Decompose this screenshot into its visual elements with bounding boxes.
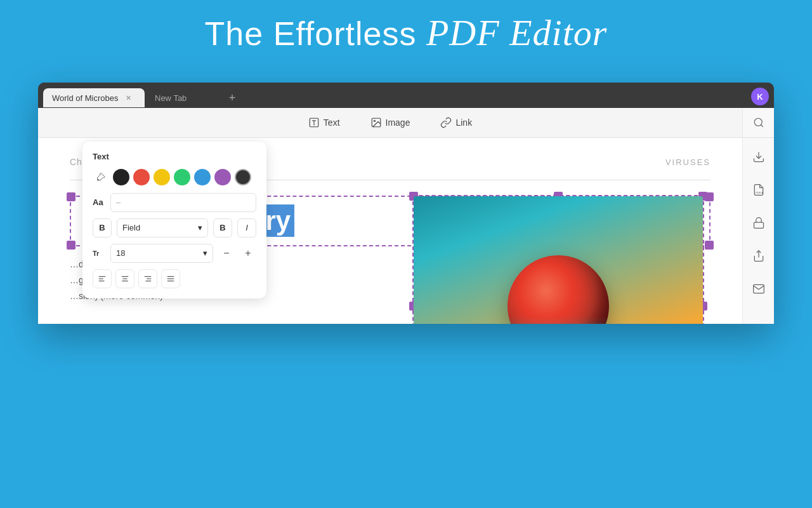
app-header: The Effortless PDF Editor <box>0 0 812 60</box>
text-formatting-panel: Text <box>82 142 266 298</box>
tab-bar: World of Microbes ✕ New Tab + K <box>38 83 774 108</box>
sidebar-share-icon[interactable] <box>747 244 770 267</box>
pdf-image <box>414 196 703 324</box>
color-black[interactable] <box>113 169 129 185</box>
align-center-button[interactable] <box>115 269 134 288</box>
text-label: Text <box>324 117 340 128</box>
image-selection-area[interactable] <box>412 195 704 324</box>
svg-text:PDF/A: PDF/A <box>756 191 763 194</box>
toolbar-text[interactable]: Text <box>303 114 345 131</box>
toolbar-area: Text Image Link <box>38 108 774 138</box>
color-purple[interactable] <box>214 169 231 185</box>
font-size-stepper-row: Tr 18 ▾ − + <box>93 244 256 263</box>
toolbar-link[interactable]: Link <box>435 114 477 131</box>
tab-label: New Tab <box>155 93 187 103</box>
color-row <box>93 169 256 185</box>
sidebar-pdf-icon[interactable]: PDF/A <box>747 178 770 201</box>
sidebar-lock-icon[interactable] <box>747 211 770 234</box>
toolbar-search-area <box>742 108 774 138</box>
tab-label: World of Microbes <box>52 93 119 103</box>
color-red[interactable] <box>133 169 150 185</box>
svg-point-7 <box>98 179 98 180</box>
bold-button-2[interactable]: B <box>213 218 232 237</box>
align-right-button[interactable] <box>138 269 157 288</box>
bold-field-row: B Field ▾ B I <box>93 218 256 237</box>
tab-close-button[interactable]: ✕ <box>124 93 134 103</box>
sidebar-mail-icon[interactable] <box>747 277 770 300</box>
handle-bottom-left[interactable] <box>67 241 75 250</box>
image-label: Image <box>386 117 410 128</box>
image-icon <box>370 117 382 128</box>
svg-point-4 <box>374 120 375 121</box>
panel-title: Text <box>93 152 256 161</box>
color-dark-active[interactable] <box>235 169 251 185</box>
right-sidebar: PDF/A <box>742 138 774 324</box>
bold-button[interactable]: B <box>93 218 112 237</box>
pdf-page: Chapter 4 VIRUSES Yeast Life History …da… <box>38 138 742 324</box>
font-size-value-select[interactable]: 18 ▾ <box>110 244 213 263</box>
sphere-graphic <box>508 255 609 324</box>
size-increase-button[interactable]: + <box>240 245 256 262</box>
tab-new-tab[interactable]: New Tab <box>146 89 222 107</box>
user-avatar[interactable]: K <box>751 88 769 105</box>
new-tab-button[interactable]: + <box>223 89 241 107</box>
italic-button[interactable]: I <box>237 218 256 237</box>
text-icon <box>308 117 320 128</box>
svg-line-6 <box>761 124 763 126</box>
size-decrease-button[interactable]: − <box>218 245 235 262</box>
font-size-row: Aa – <box>93 193 256 212</box>
svg-rect-22 <box>754 222 763 228</box>
tab-world-of-microbes[interactable]: World of Microbes ✕ <box>43 88 145 107</box>
color-blue[interactable] <box>194 169 211 185</box>
color-yellow[interactable] <box>154 169 170 185</box>
link-icon <box>440 117 452 128</box>
svg-point-5 <box>754 118 762 126</box>
link-label: Link <box>455 117 472 128</box>
color-green[interactable] <box>174 169 190 185</box>
font-size-icon: Tr <box>93 250 105 257</box>
align-left-button[interactable] <box>93 269 112 288</box>
toolbar-image[interactable]: Image <box>365 114 416 131</box>
chapter-right: VIRUSES <box>665 157 710 167</box>
handle-top-left[interactable] <box>67 192 75 201</box>
eyedropper-icon[interactable] <box>93 169 109 185</box>
font-size-dash: – <box>110 193 256 212</box>
header-title-plain: The Effortless <box>205 15 426 52</box>
handle-bottom-right[interactable] <box>705 241 714 250</box>
sidebar-save-icon[interactable] <box>747 145 770 168</box>
tab-bar-right: K <box>751 88 769 108</box>
search-icon[interactable] <box>753 117 764 128</box>
alignment-row <box>93 269 256 288</box>
font-size-label: Aa <box>93 197 105 207</box>
header-title-styled: PDF Editor <box>426 12 607 53</box>
toolbar: Text Image Link <box>38 108 742 138</box>
content-area: Chapter 4 VIRUSES Yeast Life History …da… <box>38 138 774 324</box>
font-field-select[interactable]: Field ▾ <box>117 218 208 237</box>
browser-window: World of Microbes ✕ New Tab + K Text <box>38 83 774 324</box>
align-justify-button[interactable] <box>161 269 180 288</box>
